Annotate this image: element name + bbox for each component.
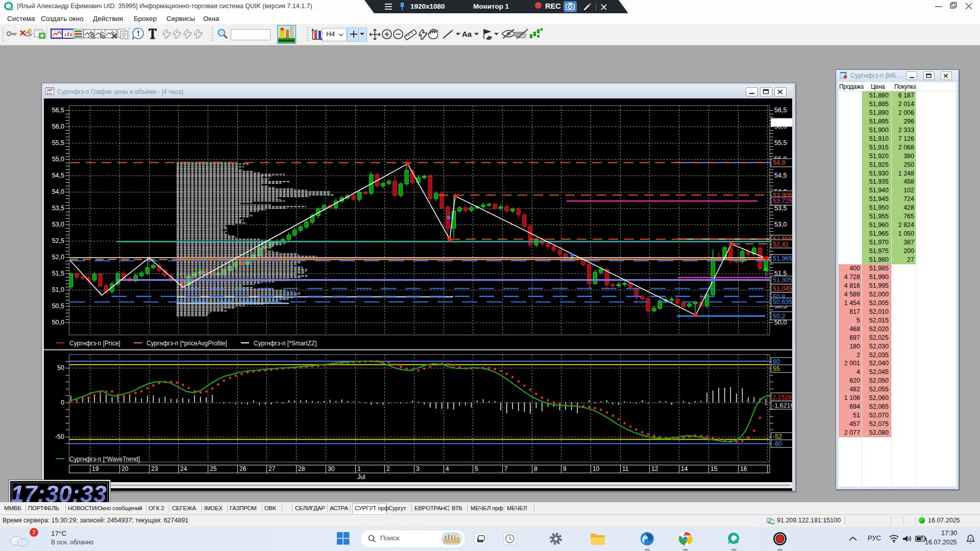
svg-text:15: 15	[710, 465, 718, 472]
svg-text:2,152812: 2,152812	[772, 394, 792, 401]
svg-text:52,41: 52,41	[773, 241, 789, 248]
svg-text:4: 4	[446, 465, 449, 472]
svg-text:25: 25	[210, 465, 217, 472]
svg-text:30: 30	[328, 465, 335, 472]
svg-text:54,9: 54,9	[773, 159, 785, 166]
svg-text:28: 28	[298, 465, 305, 472]
svg-text:Сургнфгз-п [*WaveTrend]: Сургнфгз-п [*WaveTrend]	[69, 456, 140, 463]
svg-text:23: 23	[151, 465, 158, 472]
svg-text:52,5: 52,5	[52, 237, 64, 244]
svg-text:19: 19	[92, 465, 99, 472]
svg-text:50,635: 50,635	[773, 298, 792, 306]
svg-text:z: z	[970, 537, 972, 541]
svg-text:16: 16	[740, 465, 747, 472]
svg-text:14: 14	[681, 465, 688, 472]
svg-text:50,2: 50,2	[773, 313, 785, 320]
svg-text:-50: -50	[55, 433, 64, 440]
svg-text:51,305: 51,305	[773, 277, 792, 284]
svg-text:-52: -52	[773, 433, 782, 440]
svg-text:51,0: 51,0	[52, 286, 64, 293]
svg-text:56,5: 56,5	[52, 107, 64, 114]
svg-text:50: 50	[57, 364, 64, 371]
svg-text:1: 1	[357, 465, 361, 472]
svg-text:53,5: 53,5	[774, 205, 787, 212]
svg-text:24: 24	[180, 465, 187, 472]
svg-text:20: 20	[121, 465, 129, 472]
svg-text:55,5: 55,5	[52, 139, 64, 146]
svg-text:-60: -60	[773, 440, 782, 447]
svg-text:55,5: 55,5	[774, 139, 787, 146]
svg-text:7: 7	[504, 465, 508, 472]
svg-text:Сургнфгз-п [*priceAvgProfile]: Сургнфгз-п [*priceAvgProfile]	[146, 340, 227, 347]
svg-text:-1,62160: -1,62160	[772, 402, 792, 409]
svg-text:50,5: 50,5	[52, 303, 64, 310]
svg-text:54,5: 54,5	[52, 172, 64, 179]
svg-text:53,0: 53,0	[774, 221, 787, 228]
svg-text:0: 0	[61, 399, 64, 406]
svg-text:11: 11	[622, 465, 629, 472]
svg-text:53,5: 53,5	[52, 205, 64, 212]
svg-text:56,0: 56,0	[52, 123, 64, 130]
svg-text:53,0: 53,0	[52, 221, 64, 228]
svg-text:Сургнфгз-п [Price]: Сургнфгз-п [Price]	[69, 340, 120, 347]
svg-text:51,5: 51,5	[52, 270, 64, 277]
svg-text:12: 12	[651, 465, 658, 472]
svg-text:55,0: 55,0	[52, 156, 64, 163]
svg-text:55: 55	[773, 365, 780, 372]
svg-text:56,5: 56,5	[774, 107, 787, 114]
svg-text:27: 27	[268, 465, 276, 472]
svg-text:26: 26	[239, 465, 247, 472]
svg-text:53,725: 53,725	[773, 197, 792, 205]
svg-text:Jul: Jul	[357, 473, 365, 481]
svg-text:50,0: 50,0	[52, 319, 64, 326]
svg-text:52,0: 52,0	[52, 254, 64, 261]
svg-text:3: 3	[416, 465, 420, 472]
svg-text:51,045: 51,045	[773, 285, 792, 292]
svg-text:60: 60	[773, 358, 780, 365]
svg-text:Сургнфгз-п [*SmartZZ]: Сургнфгз-п [*SmartZZ]	[254, 340, 317, 347]
svg-text:54,5: 54,5	[774, 172, 787, 179]
svg-text:51,965: 51,965	[773, 255, 792, 262]
svg-text:54,0: 54,0	[52, 188, 64, 195]
svg-text:2: 2	[386, 465, 390, 472]
svg-text:9: 9	[563, 465, 567, 472]
svg-text:8: 8	[534, 465, 537, 472]
svg-text:5: 5	[475, 465, 478, 472]
svg-text:10: 10	[593, 465, 600, 472]
